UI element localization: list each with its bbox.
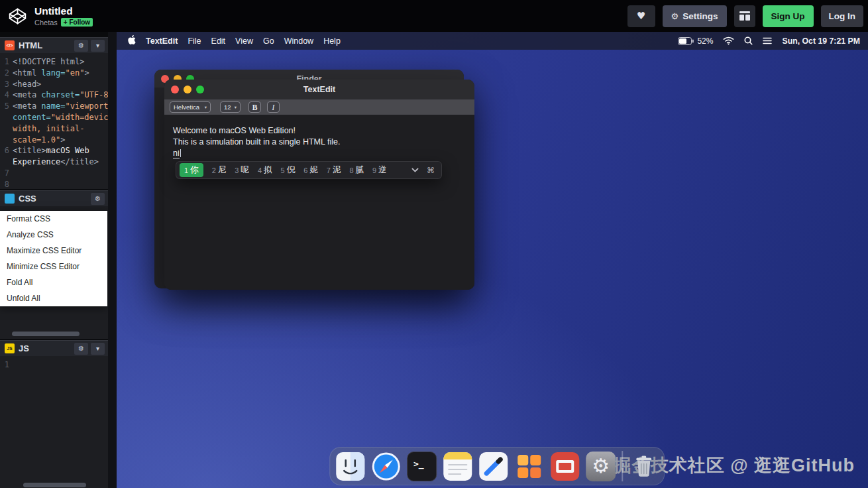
signup-button[interactable]: Sign Up [763,5,814,27]
js-editor-collapse-button[interactable]: ▾ [91,343,105,355]
chevron-down-icon: ▾ [96,345,99,352]
minimize-button[interactable] [184,86,191,93]
menu-item-minimize-css-editor[interactable]: Minimize CSS Editor [0,259,107,274]
line-number: 2 [0,68,13,79]
ime-candidate[interactable]: 6妮 [303,164,318,176]
menu-item-format-css[interactable]: Format CSS [0,211,107,227]
apple-icon [128,35,136,44]
like-button[interactable]: ♥ [627,5,655,27]
menu-item-unfold-all[interactable]: Unfold All [0,290,107,306]
textedit-window[interactable]: TextEdit Helvetica▾ 12▾ B I Welcome to m… [164,80,474,290]
codepen-app: Untitled Chetas + Follow ♥ ⚙Settings Sig… [0,0,868,488]
dock-trash-icon[interactable] [629,452,659,481]
line-number: 1 [0,359,13,371]
html-code-editor[interactable]: 1<!DOCTYPE html> 2<html lang="en"> 3<hea… [0,56,108,190]
ime-composing-text: ni [173,149,180,158]
wifi-icon[interactable] [723,36,734,45]
bold-button[interactable]: B [248,101,261,113]
html-editor-settings-button[interactable]: ⚙ [74,40,88,52]
dock-media-icon[interactable] [550,452,580,481]
ime-candidate[interactable]: 3呢 [235,164,249,176]
document-line: Welcome to macOS Web Edition! [173,125,466,137]
dock-separator [622,451,623,481]
ime-candidate[interactable]: 9逆 [372,164,387,176]
codepen-logo-icon[interactable] [4,3,30,29]
battery-icon [678,37,694,45]
layout-icon [739,11,750,21]
line-number: 1 [0,56,13,68]
battery-indicator[interactable]: 52% [678,36,713,46]
menubar-item-view[interactable]: View [235,36,253,46]
panel-resize-handle[interactable] [108,32,117,488]
follow-button[interactable]: + Follow [61,18,93,27]
apple-menu[interactable] [128,35,136,46]
menubar-item-go[interactable]: Go [263,36,274,46]
menubar-item-help[interactable]: Help [323,36,341,46]
dock-notes-icon[interactable] [443,452,472,481]
html-editor-header: </> HTML ⚙ ▾ [0,37,108,53]
menu-item-fold-all[interactable]: Fold All [0,274,107,290]
login-button[interactable]: Log In [821,5,864,27]
dock-finder-icon[interactable] [335,452,365,481]
document-line: This is a simulation built in a single H… [173,137,466,148]
top-header: Untitled Chetas + Follow ♥ ⚙Settings Sig… [0,0,868,32]
dock-launchpad-icon[interactable] [514,452,544,481]
textedit-document[interactable]: Welcome to macOS Web Edition! This is a … [164,115,474,290]
textedit-toolbar: Helvetica▾ 12▾ B I [164,99,474,115]
text-caret [180,149,182,157]
dock-safari-icon[interactable] [371,452,401,481]
gear-icon: ⚙ [592,456,610,476]
code-line: 5<meta name="viewport [0,101,108,112]
control-center-icon[interactable] [763,37,772,44]
menubar-app-name[interactable]: TextEdit [146,36,178,46]
change-view-button[interactable] [734,5,755,27]
menubar-item-file[interactable]: File [188,36,201,46]
editor-panel: </> HTML ⚙ ▾ 1<!DOCTYPE html> 2<html lan… [0,32,108,488]
font-size-select[interactable]: 12▾ [220,101,241,113]
ime-candidate-selected[interactable]: 1你 [180,163,203,177]
html-editor-label: HTML [19,40,42,50]
menubar-item-window[interactable]: Window [284,36,313,46]
js-horizontal-scrollbar[interactable] [23,483,86,487]
settings-label: Settings [682,11,718,21]
ime-candidate[interactable]: 4拟 [258,164,272,176]
line-number: 3 [0,79,13,90]
zoom-button[interactable] [196,86,204,93]
html-badge-icon: </> [5,40,15,50]
settings-button[interactable]: ⚙Settings [663,5,727,27]
line-number [0,135,13,146]
css-editor-header: CSS ⚙ [0,190,108,206]
css-editor-settings-button[interactable]: ⚙ [91,193,105,205]
code-line: 1<!DOCTYPE html> [0,56,108,68]
search-icon[interactable] [744,36,753,45]
ime-candidate[interactable]: 5倪 [281,164,296,176]
code-line: width, initial- [0,123,108,135]
ime-menu-icon[interactable]: ⌘ [427,166,435,175]
menu-item-analyze-css[interactable]: Analyze CSS [0,227,107,243]
js-code-editor[interactable]: 1 [0,359,108,483]
menubar-item-edit[interactable]: Edit [211,36,226,46]
ime-candidate[interactable]: 2尼 [212,164,227,176]
css-horizontal-scrollbar[interactable] [12,332,80,336]
close-button[interactable] [171,86,179,93]
ime-candidate-bar: 1你 2尼 3呢 4拟 5倪 6妮 7泥 8腻 9逆 ⌘ [176,161,442,179]
menu-item-maximize-css-editor[interactable]: Maximize CSS Editor [0,243,107,259]
line-number: 4 [0,90,13,101]
dock-brush-icon[interactable] [478,452,508,481]
ime-candidate[interactable]: 7泥 [327,164,341,176]
code-line: 2<html lang="en"> [0,68,108,79]
ime-expand-chevron-icon[interactable] [411,168,419,172]
dock-settings-icon[interactable]: ⚙ [586,452,616,481]
textedit-titlebar[interactable]: TextEdit [164,80,474,99]
pen-author[interactable]: Chetas [34,19,58,27]
js-editor-settings-button[interactable]: ⚙ [74,343,88,355]
dock-terminal-icon[interactable]: >_ [407,452,437,481]
gear-icon: ⚙ [78,345,84,352]
italic-button[interactable]: I [267,101,280,113]
pen-title-block: Untitled Chetas + Follow [34,5,93,27]
html-editor-collapse-button[interactable]: ▾ [91,40,105,52]
menubar-clock[interactable]: Sun, Oct 19 7:21 PM [782,36,860,46]
ime-candidate[interactable]: 8腻 [349,164,364,176]
gear-icon: ⚙ [95,195,101,202]
font-family-select[interactable]: Helvetica▾ [170,101,211,113]
